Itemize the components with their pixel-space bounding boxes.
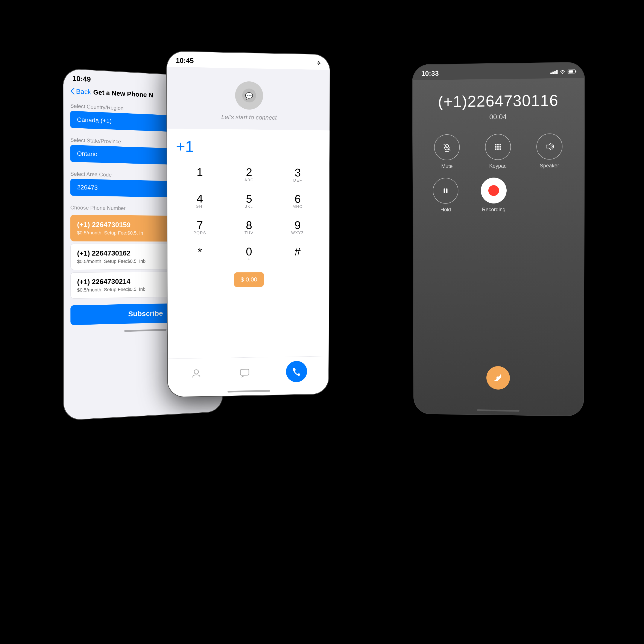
call-buttons-row-1: Mute — [422, 133, 576, 169]
dial-key-hash[interactable]: # — [274, 241, 320, 266]
dial-key-9[interactable]: 9 WXYZ — [274, 215, 320, 240]
call-bottom — [422, 212, 575, 407]
speaker-btn-circle — [536, 133, 563, 159]
mute-btn-circle — [434, 134, 460, 160]
dial-key-7[interactable]: 7 PQRS — [176, 215, 223, 240]
connect-icon: 💬 — [235, 81, 263, 110]
hold-label: Hold — [440, 207, 451, 213]
recording-button[interactable]: Recording — [481, 178, 507, 213]
back-button[interactable]: Back — [70, 87, 91, 96]
call-buttons-row-2: Hold Recording — [422, 177, 575, 213]
time-middle: 10:45 — [176, 56, 194, 65]
svg-rect-3 — [240, 369, 249, 375]
dial-key-2[interactable]: 2 ABC — [226, 162, 272, 187]
home-indicator-left — [124, 329, 167, 332]
keypad-label: Keypad — [489, 163, 507, 169]
connect-text: Let's start to connect — [221, 114, 277, 121]
speaker-label: Speaker — [540, 163, 559, 169]
svg-rect-19 — [446, 188, 448, 193]
svg-point-2 — [194, 370, 199, 374]
hold-button[interactable]: Hold — [433, 178, 459, 213]
battery-icon — [568, 70, 576, 74]
svg-text:💬: 💬 — [245, 92, 253, 100]
svg-rect-16 — [500, 148, 501, 150]
dial-key-6[interactable]: 6 MNO — [275, 189, 321, 213]
dial-key-3[interactable]: 3 DEF — [275, 163, 321, 187]
svg-rect-14 — [495, 149, 497, 150]
hold-btn-circle — [433, 178, 458, 204]
time-left: 10:49 — [72, 74, 91, 83]
svg-rect-8 — [495, 144, 497, 145]
dial-number-display: +1 — [174, 135, 323, 163]
scene: 10:49 ✈ Back Get a New Phone N Select Co… — [43, 32, 601, 612]
tab-contacts[interactable] — [190, 367, 203, 380]
dial-key-5[interactable]: 5 JKL — [226, 189, 272, 213]
svg-rect-15 — [497, 148, 499, 150]
wifi-icon — [560, 69, 565, 74]
home-indicator-right — [477, 409, 519, 412]
keypad-button[interactable]: Keypad — [485, 134, 511, 169]
status-icons-right — [550, 69, 576, 74]
signal-icon — [550, 69, 558, 74]
recording-dot — [488, 185, 499, 196]
svg-rect-12 — [497, 146, 499, 147]
call-number: (+1)2264730116 — [421, 91, 576, 111]
home-indicator-middle — [228, 390, 270, 393]
dialer-area: +1 1 2 ABC 3 DEF — [167, 129, 330, 359]
balance-button[interactable]: $ 0.00 — [234, 272, 264, 287]
dial-key-star[interactable]: * — [176, 242, 223, 266]
dial-key-1[interactable]: 1 — [176, 162, 223, 187]
svg-rect-13 — [500, 146, 501, 147]
phone-right: 10:33 — [412, 62, 585, 416]
recording-label: Recording — [482, 207, 505, 213]
svg-rect-18 — [444, 188, 445, 193]
svg-rect-9 — [497, 144, 499, 145]
svg-rect-11 — [495, 146, 497, 147]
dial-key-8[interactable]: 8 TUV — [226, 215, 272, 240]
tab-messages[interactable] — [238, 366, 251, 379]
connect-area: 💬 Let's start to connect — [167, 67, 330, 131]
right-phone-content: (+1)2264730116 00:04 — [413, 78, 584, 416]
middle-phone-content: 💬 Let's start to connect +1 1 2 ABC — [167, 67, 330, 397]
speaker-button[interactable]: Speaker — [536, 133, 563, 169]
dial-key-4[interactable]: 4 GHI — [176, 188, 223, 213]
keypad-btn-circle — [485, 134, 511, 160]
mute-button[interactable]: Mute — [434, 134, 460, 169]
svg-marker-17 — [546, 143, 551, 150]
dial-key-0[interactable]: 0 + — [226, 242, 272, 266]
mute-label: Mute — [441, 163, 453, 169]
hang-up-button[interactable] — [486, 366, 510, 390]
bottom-tabs — [168, 356, 328, 389]
time-right: 10:33 — [421, 69, 439, 77]
svg-rect-10 — [500, 144, 501, 145]
phone-middle: 10:45 ✈ 💬 Let's start to connect +1 — [166, 51, 330, 398]
recording-btn-circle — [481, 178, 507, 204]
status-bar-right: 10:33 — [413, 62, 584, 80]
page-title-left: Get a New Phone N — [93, 88, 153, 99]
call-duration: 00:04 — [421, 112, 575, 122]
call-fab-button[interactable] — [286, 361, 307, 382]
dialer-grid: 1 2 ABC 3 DEF 4 GHI — [174, 162, 323, 266]
